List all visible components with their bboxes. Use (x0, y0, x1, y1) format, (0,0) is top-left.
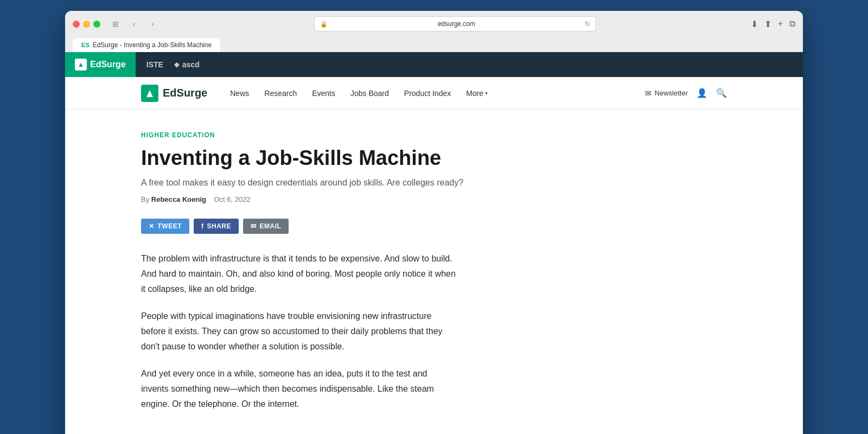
site-logo-icon (141, 85, 158, 102)
browser-window: ⊞ ‹ › 🔒 edsurge.com ↻ ⬇ ⬆ + ⧉ ES Ed (65, 11, 803, 434)
browser-chrome: ⊞ ‹ › 🔒 edsurge.com ↻ ⬇ ⬆ + ⧉ ES Ed (65, 11, 803, 52)
search-icon[interactable]: 🔍 (716, 88, 727, 98)
article-category[interactable]: HIGHER EDUCATION (141, 131, 727, 139)
article-body: The problem with infrastructure is that … (141, 251, 456, 412)
tab-favicon: ES (81, 42, 90, 48)
traffic-lights (73, 21, 100, 28)
nav-more-label: More (466, 89, 483, 98)
newsletter-button[interactable]: ✉ Newsletter (645, 89, 688, 98)
article-title: Inventing a Job-Skills Machine (141, 146, 477, 170)
article-paragraph-2: People with typical imaginations have tr… (141, 309, 456, 354)
reload-icon[interactable]: ↻ (585, 20, 590, 28)
nav-item-events[interactable]: Events (305, 85, 342, 102)
chevron-down-icon: ▾ (485, 90, 488, 96)
site-navigation: EdSurge News Research Events Jobs Board … (65, 77, 803, 110)
nav-right: ✉ Newsletter 👤 🔍 (645, 88, 727, 98)
facebook-icon: f (201, 222, 204, 230)
nav-item-product-index[interactable]: Product Index (398, 85, 457, 102)
sidebar-toggle-icon[interactable]: ⊞ (108, 18, 123, 29)
email-envelope-icon: ✉ (251, 222, 257, 230)
svg-marker-0 (78, 62, 84, 67)
site-top-bar: EdSurge ISTE ◆ ascd (65, 52, 803, 77)
tweet-button[interactable]: ✕ TWEET (141, 219, 189, 234)
ascd-partner[interactable]: ◆ ascd (174, 60, 200, 69)
lock-icon: 🔒 (320, 21, 328, 28)
email-label: EMAIL (260, 222, 282, 230)
article-content: HIGHER EDUCATION Inventing a Job-Skills … (65, 110, 803, 434)
article-paragraph-3: And yet every once in a while, someone h… (141, 366, 456, 412)
article-paragraph-1: The problem with infrastructure is that … (141, 251, 456, 297)
nav-item-research[interactable]: Research (258, 85, 303, 102)
browser-right-controls: ⬇ ⬆ + ⧉ (751, 19, 795, 29)
tab-bar: ES EdSurge - Inventing a Job-Skills Mach… (73, 36, 795, 52)
ascd-label: ascd (182, 60, 200, 69)
edsurge-brand-label: EdSurge (90, 60, 126, 69)
user-icon[interactable]: 👤 (697, 88, 707, 98)
address-bar-wrapper: 🔒 edsurge.com ↻ (165, 16, 745, 31)
forward-button[interactable]: › (145, 18, 160, 29)
nav-item-news[interactable]: News (224, 85, 256, 102)
site-logo[interactable]: EdSurge (141, 85, 207, 102)
tweet-label: TWEET (158, 222, 182, 230)
article-subtitle: A free tool makes it easy to design cred… (141, 178, 467, 188)
minimize-button[interactable] (83, 21, 90, 28)
nav-item-jobs-board[interactable]: Jobs Board (344, 85, 395, 102)
new-tab-icon[interactable]: + (778, 19, 783, 29)
share-icon[interactable]: ⬆ (764, 19, 771, 29)
address-bar[interactable]: 🔒 edsurge.com ↻ (314, 16, 596, 31)
iste-partner[interactable]: ISTE (146, 60, 163, 69)
svg-marker-1 (146, 90, 153, 97)
top-bar-partners: ISTE ◆ ascd (136, 60, 210, 69)
download-icon[interactable]: ⬇ (751, 19, 758, 29)
nav-links: News Research Events Jobs Board Product … (224, 85, 644, 102)
envelope-icon: ✉ (645, 89, 652, 98)
active-tab[interactable]: ES EdSurge - Inventing a Job-Skills Mach… (73, 38, 220, 52)
nav-item-more[interactable]: More ▾ (459, 85, 494, 102)
twitter-x-icon: ✕ (149, 222, 155, 230)
close-button[interactable] (73, 21, 80, 28)
article-date: Oct 6, 2022 (214, 195, 250, 203)
back-button[interactable]: ‹ (126, 18, 142, 29)
byline-prefix: By (141, 195, 149, 203)
share-buttons: ✕ TWEET f SHARE ✉ EMAIL (141, 219, 727, 234)
navigation-controls: ⊞ ‹ › (108, 18, 160, 29)
email-button[interactable]: ✉ EMAIL (243, 219, 289, 234)
edsurge-logo-icon (75, 59, 87, 71)
newsletter-label: Newsletter (655, 89, 688, 97)
url-text: edsurge.com (331, 20, 582, 28)
fullscreen-button[interactable] (93, 21, 100, 28)
iste-label: ISTE (146, 60, 163, 69)
edsurge-tab[interactable]: EdSurge (65, 52, 136, 77)
ascd-icon: ◆ (174, 61, 179, 68)
article-author[interactable]: Rebecca Koenig (151, 195, 206, 203)
article-byline: By Rebecca Koenig Oct 6, 2022 (141, 195, 727, 203)
share-label: SHARE (207, 222, 232, 230)
site-logo-text: EdSurge (163, 87, 207, 99)
sidebar-icon[interactable]: ⧉ (789, 19, 795, 29)
tab-title: EdSurge - Inventing a Job-Skills Machine (93, 41, 212, 49)
facebook-share-button[interactable]: f SHARE (194, 219, 239, 234)
title-bar: ⊞ ‹ › 🔒 edsurge.com ↻ ⬇ ⬆ + ⧉ (73, 16, 795, 31)
